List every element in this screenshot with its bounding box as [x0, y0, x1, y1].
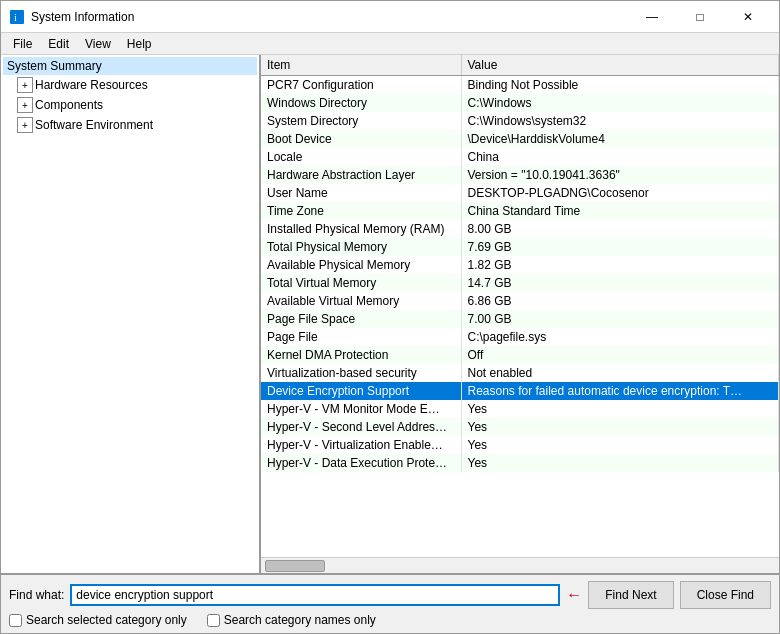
table-row[interactable]: Available Virtual Memory6.86 GB: [261, 292, 779, 310]
cell-item: Hyper-V - VM Monitor Mode E…: [261, 400, 461, 418]
search-names-checkbox-input[interactable]: [207, 614, 220, 627]
table-row[interactable]: Total Physical Memory7.69 GB: [261, 238, 779, 256]
search-selected-label: Search selected category only: [26, 613, 187, 627]
svg-text:i: i: [14, 12, 17, 23]
cell-value: Yes: [461, 436, 779, 454]
data-panel: Item Value PCR7 ConfigurationBinding Not…: [261, 55, 779, 573]
cell-value: C:\Windows: [461, 94, 779, 112]
cell-item: Page File: [261, 328, 461, 346]
cell-value: Yes: [461, 418, 779, 436]
menu-item-help[interactable]: Help: [119, 35, 160, 52]
cell-item: Installed Physical Memory (RAM): [261, 220, 461, 238]
table-row[interactable]: Boot Device\Device\HarddiskVolume4: [261, 130, 779, 148]
table-row[interactable]: Hyper-V - Data Execution Prote…Yes: [261, 454, 779, 472]
menu-bar: FileEditViewHelp: [1, 33, 779, 55]
table-row[interactable]: Page File Space7.00 GB: [261, 310, 779, 328]
cell-value: China Standard Time: [461, 202, 779, 220]
cell-item: Hyper-V - Virtualization Enable…: [261, 436, 461, 454]
cell-value: 14.7 GB: [461, 274, 779, 292]
tree-root-label: System Summary: [7, 59, 102, 73]
tree-child-hardware[interactable]: + Hardware Resources: [3, 75, 257, 95]
search-category-names-checkbox[interactable]: Search category names only: [207, 613, 376, 627]
cell-value: Binding Not Possible: [461, 76, 779, 95]
table-row[interactable]: Hyper-V - Second Level Addres…Yes: [261, 418, 779, 436]
table-row[interactable]: Available Physical Memory1.82 GB: [261, 256, 779, 274]
checkbox-row: Search selected category only Search cat…: [9, 613, 771, 627]
close-button[interactable]: ✕: [725, 6, 771, 28]
h-scroll-area[interactable]: [261, 557, 779, 573]
cell-item: System Directory: [261, 112, 461, 130]
table-row[interactable]: Hyper-V - VM Monitor Mode E…Yes: [261, 400, 779, 418]
tree-software-label: Software Environment: [35, 118, 153, 132]
cell-item: Virtualization-based security: [261, 364, 461, 382]
cell-value: DESKTOP-PLGADNG\Cocosenor: [461, 184, 779, 202]
table-row[interactable]: Total Virtual Memory14.7 GB: [261, 274, 779, 292]
cell-item: Available Physical Memory: [261, 256, 461, 274]
cell-item: Device Encryption Support: [261, 382, 461, 400]
cell-value: 7.69 GB: [461, 238, 779, 256]
find-next-button[interactable]: Find Next: [588, 581, 673, 609]
expand-icon[interactable]: +: [17, 117, 33, 133]
h-scroll-thumb[interactable]: [265, 560, 325, 572]
table-row[interactable]: PCR7 ConfigurationBinding Not Possible: [261, 76, 779, 95]
close-find-button[interactable]: Close Find: [680, 581, 771, 609]
table-row[interactable]: Virtualization-based securityNot enabled: [261, 364, 779, 382]
expand-icon[interactable]: +: [17, 77, 33, 93]
cell-item: User Name: [261, 184, 461, 202]
table-row[interactable]: User NameDESKTOP-PLGADNG\Cocosenor: [261, 184, 779, 202]
search-bar: Find what: ← Find Next Close Find Search…: [1, 573, 779, 633]
minimize-button[interactable]: —: [629, 6, 675, 28]
table-row[interactable]: Device Encryption SupportReasons for fai…: [261, 382, 779, 400]
cell-item: Page File Space: [261, 310, 461, 328]
cell-item: Available Virtual Memory: [261, 292, 461, 310]
main-window: i System Information — □ ✕ FileEditViewH…: [0, 0, 780, 634]
table-row[interactable]: Hardware Abstraction LayerVersion = "10.…: [261, 166, 779, 184]
window-title: System Information: [31, 10, 629, 24]
table-row[interactable]: Kernel DMA ProtectionOff: [261, 346, 779, 364]
table-row[interactable]: System DirectoryC:\Windows\system32: [261, 112, 779, 130]
cell-item: Hyper-V - Data Execution Prote…: [261, 454, 461, 472]
table-row[interactable]: Windows DirectoryC:\Windows: [261, 94, 779, 112]
col-item: Item: [261, 55, 461, 76]
menu-item-view[interactable]: View: [77, 35, 119, 52]
cell-value: 8.00 GB: [461, 220, 779, 238]
data-table-wrapper[interactable]: Item Value PCR7 ConfigurationBinding Not…: [261, 55, 779, 557]
data-table: Item Value PCR7 ConfigurationBinding Not…: [261, 55, 779, 472]
cell-item: Total Virtual Memory: [261, 274, 461, 292]
expand-icon[interactable]: +: [17, 97, 33, 113]
tree-root-item[interactable]: System Summary: [3, 57, 257, 75]
cell-value: \Device\HarddiskVolume4: [461, 130, 779, 148]
search-input[interactable]: [70, 584, 560, 606]
cell-item: PCR7 Configuration: [261, 76, 461, 95]
search-names-label: Search category names only: [224, 613, 376, 627]
cell-item: Total Physical Memory: [261, 238, 461, 256]
menu-item-file[interactable]: File: [5, 35, 40, 52]
tree-components-label: Components: [35, 98, 103, 112]
cell-value: China: [461, 148, 779, 166]
table-row[interactable]: LocaleChina: [261, 148, 779, 166]
cell-value: Reasons for failed automatic device encr…: [461, 382, 779, 400]
cell-value: 7.00 GB: [461, 310, 779, 328]
table-row[interactable]: Page FileC:\pagefile.sys: [261, 328, 779, 346]
svg-rect-0: [10, 10, 24, 24]
app-icon: i: [9, 9, 25, 25]
tree-child-components[interactable]: + Components: [3, 95, 257, 115]
col-value: Value: [461, 55, 779, 76]
cell-item: Kernel DMA Protection: [261, 346, 461, 364]
table-row[interactable]: Installed Physical Memory (RAM)8.00 GB: [261, 220, 779, 238]
search-selected-category-checkbox[interactable]: Search selected category only: [9, 613, 187, 627]
cell-item: Hardware Abstraction Layer: [261, 166, 461, 184]
cell-value: C:\pagefile.sys: [461, 328, 779, 346]
table-row[interactable]: Time ZoneChina Standard Time: [261, 202, 779, 220]
tree-child-software[interactable]: + Software Environment: [3, 115, 257, 135]
search-label: Find what:: [9, 588, 64, 602]
tree-hardware-label: Hardware Resources: [35, 78, 148, 92]
title-bar: i System Information — □ ✕: [1, 1, 779, 33]
maximize-button[interactable]: □: [677, 6, 723, 28]
search-selected-checkbox-input[interactable]: [9, 614, 22, 627]
arrow-icon: ←: [566, 586, 582, 604]
menu-item-edit[interactable]: Edit: [40, 35, 77, 52]
cell-value: 6.86 GB: [461, 292, 779, 310]
table-row[interactable]: Hyper-V - Virtualization Enable…Yes: [261, 436, 779, 454]
cell-value: Yes: [461, 400, 779, 418]
